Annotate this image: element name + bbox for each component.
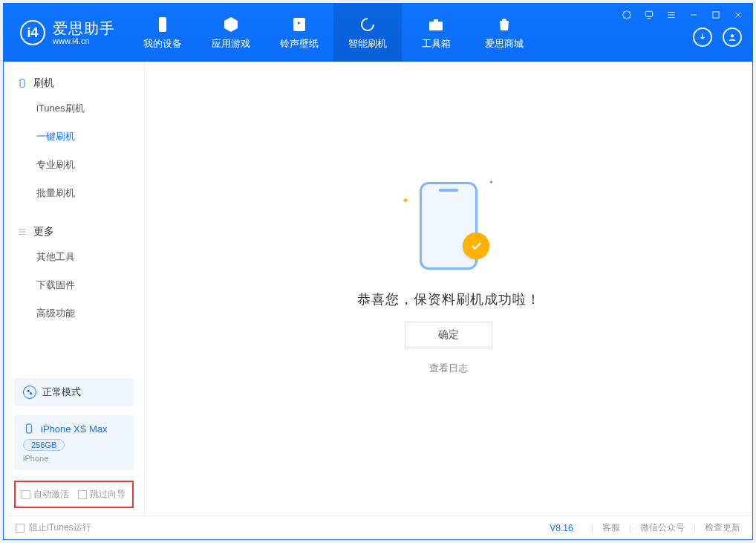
checkbox-icon [16, 524, 25, 533]
nav-toolbox[interactable]: 工具箱 [402, 4, 470, 62]
header-right [693, 27, 742, 47]
nav-apps-games[interactable]: 应用游戏 [197, 4, 265, 62]
nav-label: 我的设备 [143, 37, 182, 51]
checkbox-label: 自动激活 [33, 488, 69, 501]
success-message: 恭喜您，保资料刷机成功啦！ [357, 290, 541, 308]
check-update-link[interactable]: 检查更新 [705, 521, 740, 534]
footer-right: V8.16 | 客服 | 微信公众号 | 检查更新 [550, 521, 740, 534]
device-card[interactable]: iPhone XS Max 256GB iPhone [14, 415, 134, 470]
phone-outline-icon [17, 78, 27, 88]
mode-status-icon [23, 386, 36, 399]
nav-store[interactable]: 爱思商城 [470, 4, 538, 62]
checkbox-label: 跳过向导 [90, 488, 126, 501]
footer-bar: 阻止iTunes运行 V8.16 | 客服 | 微信公众号 | 检查更新 [4, 516, 752, 539]
sidebar-heading-more: 更多 [4, 221, 144, 243]
sidebar-item-itunes-flash[interactable]: iTunes刷机 [4, 94, 144, 123]
mode-card[interactable]: 正常模式 [14, 378, 134, 406]
svg-rect-6 [20, 79, 25, 88]
device-small-icon [23, 423, 35, 435]
nav-label: 铃声壁纸 [280, 37, 319, 51]
sidebar: 刷机 iTunes刷机 一键刷机 专业刷机 批量刷机 更多 其他工具 下载固件 … [4, 62, 145, 516]
sidebar-item-download-firmware[interactable]: 下载固件 [4, 271, 144, 299]
device-icon [153, 15, 172, 34]
close-icon[interactable] [731, 8, 745, 22]
section-label: 刷机 [33, 77, 54, 90]
svg-rect-9 [27, 424, 32, 433]
sparkle-icon: ✦ [402, 195, 409, 206]
bag-icon [495, 15, 514, 34]
header-bar: i4 爱思助手 www.i4.cn 我的设备 应用游戏 铃声壁纸 智能刷机 [4, 4, 752, 62]
support-link[interactable]: 客服 [602, 521, 620, 534]
top-nav: 我的设备 应用游戏 铃声壁纸 智能刷机 工具箱 爱思商城 [128, 4, 538, 62]
sidebar-item-batch-flash[interactable]: 批量刷机 [4, 179, 144, 207]
svg-rect-0 [645, 11, 652, 16]
brand-url: www.i4.cn [53, 36, 115, 45]
svg-point-5 [731, 35, 734, 38]
sidebar-item-advanced[interactable]: 高级功能 [4, 299, 144, 328]
checkbox-skip-guide[interactable]: 跳过向导 [78, 488, 126, 501]
svg-rect-3 [293, 18, 305, 31]
sidebar-heading-flash: 刷机 [4, 72, 144, 94]
refresh-icon [358, 15, 377, 34]
checkmark-badge-icon [463, 233, 489, 259]
ok-button[interactable]: 确定 [405, 322, 492, 348]
sidebar-item-one-click-flash[interactable]: 一键刷机 [4, 123, 144, 151]
device-storage-badge: 256GB [23, 439, 65, 451]
list-icon [17, 227, 27, 237]
sidebar-item-pro-flash[interactable]: 专业刷机 [4, 151, 144, 179]
checkbox-label: 阻止iTunes运行 [29, 521, 91, 534]
svg-rect-4 [429, 22, 443, 30]
svg-rect-1 [713, 12, 719, 18]
minimize-icon[interactable] [687, 8, 700, 22]
maximize-icon[interactable] [709, 8, 723, 22]
success-illustration: ✦ ✦ [400, 173, 497, 277]
nav-label: 应用游戏 [212, 37, 250, 51]
main-content: ✦ ✦ 恭喜您，保资料刷机成功啦！ 确定 查看日志 [145, 62, 752, 516]
menu-icon[interactable] [665, 8, 678, 22]
nav-smart-flash[interactable]: 智能刷机 [333, 4, 402, 62]
nav-my-device[interactable]: 我的设备 [128, 4, 197, 62]
toolbox-icon [426, 15, 446, 34]
nav-label: 工具箱 [422, 37, 451, 51]
logo-block[interactable]: i4 爱思助手 www.i4.cn [4, 20, 128, 45]
section-label: 更多 [33, 225, 54, 238]
checkbox-icon [22, 490, 30, 499]
sidebar-item-other-tools[interactable]: 其他工具 [4, 243, 144, 271]
device-name: iPhone XS Max [41, 423, 108, 435]
account-button[interactable] [723, 27, 742, 47]
sparkle-icon: ✦ [489, 179, 494, 186]
logo-icon: i4 [20, 20, 45, 45]
body: 刷机 iTunes刷机 一键刷机 专业刷机 批量刷机 更多 其他工具 下载固件 … [4, 62, 752, 516]
checkbox-block-itunes[interactable]: 阻止iTunes运行 [16, 521, 91, 534]
nav-label: 爱思商城 [485, 37, 524, 51]
download-button[interactable] [693, 27, 712, 47]
skin-icon[interactable] [620, 8, 633, 22]
checkbox-icon [78, 490, 87, 499]
svg-point-7 [27, 390, 30, 392]
mode-label: 正常模式 [42, 386, 81, 399]
wechat-link[interactable]: 微信公众号 [640, 521, 685, 534]
app-window: i4 爱思助手 www.i4.cn 我的设备 应用游戏 铃声壁纸 智能刷机 [3, 3, 753, 540]
nav-label: 智能刷机 [348, 37, 387, 51]
brand-name: 爱思助手 [53, 20, 115, 36]
version-label: V8.16 [550, 523, 573, 533]
view-log-link[interactable]: 查看日志 [429, 362, 468, 375]
svg-rect-2 [159, 17, 166, 32]
nav-ringtone-wallpaper[interactable]: 铃声壁纸 [265, 4, 333, 62]
svg-point-8 [30, 392, 32, 394]
highlighted-options-box: 自动激活 跳过向导 [14, 481, 134, 508]
device-type: iPhone [23, 454, 125, 463]
cube-icon [221, 15, 241, 34]
music-icon [290, 15, 309, 34]
window-controls [620, 8, 745, 22]
checkbox-auto-activate[interactable]: 自动激活 [22, 488, 69, 501]
feedback-icon[interactable] [642, 8, 656, 22]
